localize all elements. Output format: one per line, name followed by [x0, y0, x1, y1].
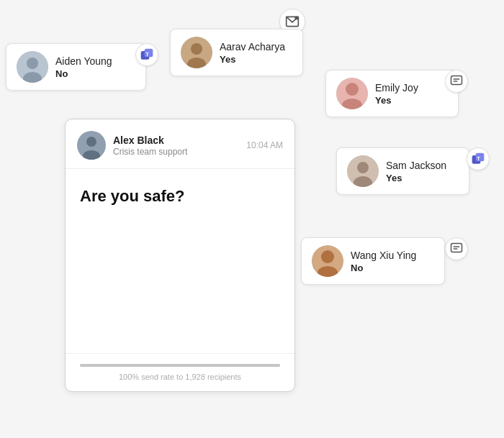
svg-text:T: T — [145, 51, 149, 58]
emily-avatar — [336, 78, 368, 109]
wang-status: No — [351, 263, 416, 273]
sam-jackson-card: Sam Jackson Yes — [336, 147, 469, 195]
svg-point-24 — [321, 250, 334, 263]
sam-info: Sam Jackson Yes — [386, 160, 446, 183]
panel-subtitle: Crisis team support — [113, 147, 187, 157]
aarav-acharya-card: Aarav Acharya Yes — [170, 29, 303, 76]
teams-badge-sam: T — [467, 147, 490, 170]
teams-badge-aiden: T — [135, 43, 158, 66]
aarav-status: Yes — [220, 54, 285, 65]
sam-status: Yes — [386, 173, 446, 183]
emily-info: Emily Joy Yes — [375, 82, 418, 106]
svg-point-12 — [346, 83, 359, 96]
progress-bar-fill — [80, 364, 280, 367]
wang-avatar — [312, 245, 343, 277]
aarav-name: Aarav Acharya — [220, 41, 285, 53]
sam-name: Sam Jackson — [386, 160, 446, 171]
panel-footer: 100% send rate to 1,928 recipients — [66, 353, 294, 391]
panel-question: Are you safe? — [80, 186, 280, 207]
progress-text: 100% send rate to 1,928 recipients — [80, 373, 280, 381]
wang-xiu-ying-card: Wang Xiu Ying No — [301, 237, 445, 285]
aiden-young-card: Aiden Young No — [6, 43, 146, 91]
svg-point-9 — [191, 43, 202, 55]
message-panel: Alex Black Crisis team support 10:04 AM … — [65, 119, 295, 392]
svg-point-30 — [86, 137, 96, 147]
svg-point-3 — [27, 58, 38, 69]
emily-name: Emily Joy — [375, 82, 418, 93]
msg-badge-emily — [445, 70, 468, 93]
emily-joy-card: Emily Joy Yes — [325, 70, 459, 117]
sam-avatar — [347, 155, 379, 187]
aiden-name: Aiden Young — [55, 55, 112, 67]
svg-rect-14 — [451, 76, 462, 85]
panel-header-info: Alex Black Crisis team support — [113, 134, 187, 157]
alex-avatar — [77, 131, 106, 160]
aarav-info: Aarav Acharya Yes — [220, 41, 285, 65]
aiden-info: Aiden Young No — [55, 55, 112, 79]
aiden-status: No — [55, 68, 112, 79]
aiden-avatar — [17, 51, 48, 83]
svg-point-18 — [357, 162, 369, 173]
emily-status: Yes — [375, 95, 418, 106]
svg-text:T: T — [477, 155, 480, 162]
msg-badge-wang — [445, 237, 468, 260]
wang-info: Wang Xiu Ying No — [351, 250, 416, 273]
progress-bar-bg — [80, 364, 280, 367]
panel-time: 10:04 AM — [246, 140, 283, 150]
svg-rect-26 — [451, 244, 462, 252]
panel-header: Alex Black Crisis team support 10:04 AM — [66, 119, 294, 169]
aarav-avatar — [181, 37, 212, 68]
panel-body: Are you safe? — [66, 169, 294, 353]
panel-sender: Alex Black — [113, 134, 187, 146]
wang-name: Wang Xiu Ying — [351, 250, 416, 261]
svg-point-1 — [294, 17, 298, 20]
